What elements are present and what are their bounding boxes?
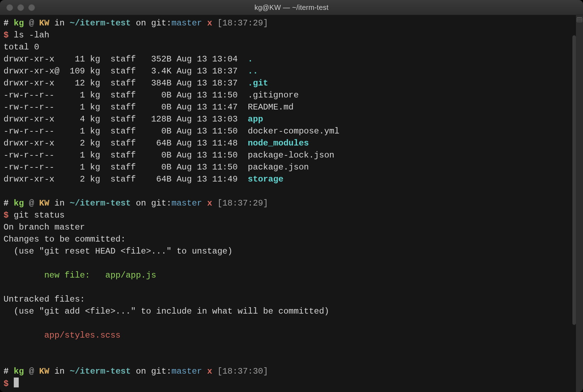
command-line: $ — [4, 378, 572, 390]
ls-row: drwxr-xr-x 2 kg staff 64B Aug 13 11:49 s… — [4, 173, 572, 185]
terminal-line: new file: app/app.js — [4, 269, 572, 281]
terminal-line: total 0 — [4, 41, 572, 53]
scrollbar[interactable] — [572, 35, 576, 325]
command-line: $ git status — [4, 209, 572, 221]
ls-entry-name: README.md — [248, 102, 294, 112]
prompt-line: # kg @ KW in ~/iterm-test on git:master … — [4, 17, 572, 29]
terminal-window: kg@KW — ~/iterm-test # kg @ KW in ~/iter… — [0, 0, 583, 392]
terminal-line — [4, 341, 572, 354]
prompt-line: # kg @ KW in ~/iterm-test on git:master … — [4, 197, 572, 209]
annotations-icon[interactable] — [577, 17, 582, 22]
ls-row: -rw-r--r-- 1 kg staff 0B Aug 13 11:50 do… — [4, 125, 572, 137]
zoom-icon[interactable] — [28, 4, 35, 11]
ls-entry-name: storage — [248, 174, 283, 184]
right-gutter — [576, 15, 583, 392]
ls-entry-name: . — [248, 54, 253, 64]
minimize-icon[interactable] — [17, 4, 24, 11]
ls-entry-name: docker-compose.yml — [248, 126, 339, 136]
command-line: $ ls -lah — [4, 29, 572, 41]
terminal-line — [4, 257, 572, 269]
ls-entry-name: package-lock.json — [248, 150, 334, 160]
ls-row: drwxr-xr-x 11 kg staff 352B Aug 13 13:04… — [4, 53, 572, 65]
ls-entry-name: node_modules — [248, 138, 309, 148]
ls-row: drwxr-xr-x 4 kg staff 128B Aug 13 13:03 … — [4, 113, 572, 125]
cursor — [14, 378, 19, 387]
titlebar[interactable]: kg@KW — ~/iterm-test — [0, 0, 583, 15]
ls-entry-name: .git — [248, 78, 268, 88]
ls-entry-name: package.json — [248, 162, 309, 172]
terminal-line — [4, 185, 572, 197]
terminal-line — [4, 317, 572, 329]
ls-row: drwxr-xr-x 12 kg staff 384B Aug 13 18:37… — [4, 77, 572, 89]
window-title: kg@KW — ~/iterm-test — [254, 4, 328, 12]
prompt-line: # kg @ KW in ~/iterm-test on git:master … — [4, 366, 572, 378]
ls-entry-name: .. — [248, 66, 258, 76]
terminal-line: Changes to be committed: — [4, 233, 572, 245]
ls-row: -rw-r--r-- 1 kg staff 0B Aug 13 11:50 pa… — [4, 149, 572, 161]
ls-row: -rw-r--r-- 1 kg staff 0B Aug 13 11:47 RE… — [4, 101, 572, 113]
ls-entry-name: .gitignore — [248, 90, 299, 100]
terminal-line: On branch master — [4, 221, 572, 233]
terminal-output[interactable]: # kg @ KW in ~/iterm-test on git:master … — [0, 15, 576, 392]
ls-row: -rw-r--r-- 1 kg staff 0B Aug 13 11:50 .g… — [4, 89, 572, 101]
window-body: # kg @ KW in ~/iterm-test on git:master … — [0, 15, 583, 392]
terminal-line: app/styles.scss — [4, 329, 572, 341]
ls-row: drwxr-xr-x 2 kg staff 64B Aug 13 11:48 n… — [4, 137, 572, 149]
terminal-line: (use "git reset HEAD <file>..." to unsta… — [4, 245, 572, 257]
terminal-line — [4, 354, 572, 366]
terminal-line: (use "git add <file>..." to include in w… — [4, 305, 572, 317]
ls-entry-name: app — [248, 114, 263, 124]
terminal-line — [4, 281, 572, 293]
terminal-line: Untracked files: — [4, 293, 572, 305]
ls-row: -rw-r--r-- 1 kg staff 0B Aug 13 11:50 pa… — [4, 161, 572, 173]
ls-row: drwxr-xr-x@ 109 kg staff 3.4K Aug 13 18:… — [4, 65, 572, 77]
close-icon[interactable] — [6, 4, 13, 11]
traffic-lights — [6, 4, 35, 11]
